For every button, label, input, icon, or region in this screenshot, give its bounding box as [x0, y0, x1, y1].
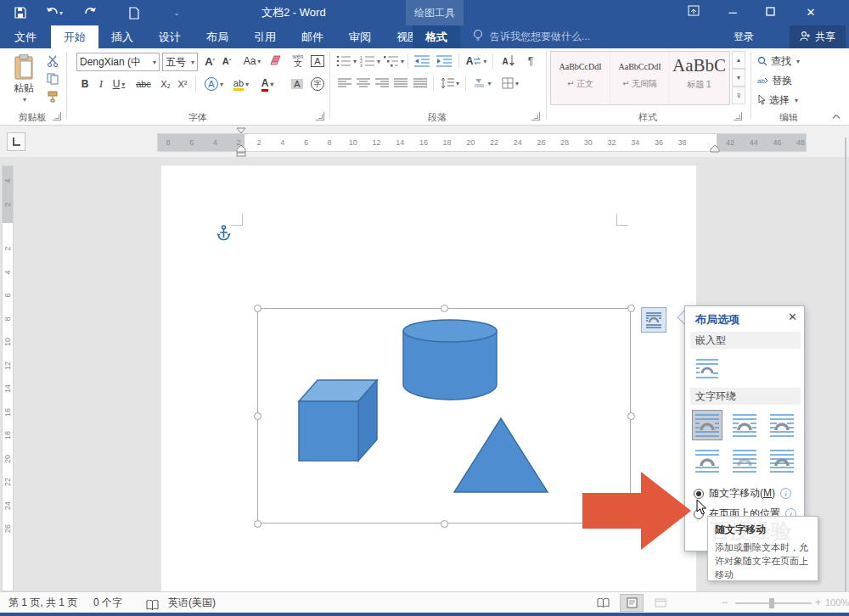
tab-布局[interactable]: 布局 — [194, 25, 241, 48]
select-button[interactable]: 选择▾ — [757, 92, 817, 108]
wrap-top-bottom-icon[interactable] — [692, 445, 722, 476]
zoom-in-icon[interactable]: + — [815, 592, 821, 613]
enclose-characters-button[interactable]: 字 — [309, 76, 326, 92]
selection-handle[interactable] — [254, 412, 261, 420]
selection-handle[interactable] — [254, 305, 261, 312]
tab-审阅[interactable]: 审阅 — [336, 25, 384, 48]
font-family-select[interactable]: DengXian (中▾ — [76, 53, 160, 71]
numbering-button[interactable]: 123▾ — [360, 53, 380, 69]
style-item[interactable]: AaBbCcDdI↵ 无间隔 — [610, 52, 670, 104]
undo-dropdown-icon[interactable]: ▾ — [58, 4, 65, 21]
zoom-out-icon[interactable]: − — [722, 592, 728, 613]
new-document-icon[interactable] — [126, 4, 143, 21]
borders-button[interactable]: ▾ — [498, 76, 523, 91]
zoom-slider-thumb[interactable] — [769, 598, 774, 608]
ribbon-display-options-icon[interactable] — [679, 0, 708, 25]
line-spacing-button[interactable]: ▾ — [438, 76, 462, 91]
styles-dialog-launcher[interactable] — [734, 112, 742, 120]
first-line-indent-marker[interactable] — [236, 127, 246, 134]
align-center-button[interactable] — [355, 76, 372, 91]
tab-file[interactable]: 文件 — [0, 25, 51, 48]
justify-button[interactable] — [392, 76, 409, 91]
collapse-ribbon-icon[interactable] — [830, 111, 842, 121]
tell-me-box[interactable]: 告诉我您想要做什么... — [472, 25, 590, 48]
gallery-down-icon[interactable]: ▼ — [732, 69, 745, 87]
cylinder-shape[interactable] — [402, 318, 498, 403]
style-item[interactable]: AaBbCcDdI↵ 正文 — [551, 52, 610, 104]
tab-selector[interactable] — [7, 132, 25, 151]
show-hide-marks-button[interactable]: ¶ — [523, 53, 538, 69]
paste-button[interactable]: 粘贴 ▾ — [7, 52, 41, 106]
selection-handle[interactable] — [254, 520, 261, 528]
tab-插入[interactable]: 插入 — [98, 25, 146, 48]
tab-邮件[interactable]: 邮件 — [289, 25, 336, 48]
clipboard-dialog-launcher[interactable] — [53, 112, 61, 120]
multilevel-list-button[interactable]: ▾ — [384, 53, 404, 69]
paragraph-dialog-launcher[interactable] — [531, 112, 540, 120]
distribute-button[interactable] — [411, 76, 430, 91]
qat-customize-icon[interactable]: ⌄ — [168, 4, 185, 21]
wrap-square-icon[interactable] — [692, 410, 722, 440]
shading-button[interactable]: ▾ — [470, 76, 494, 91]
selection-handle[interactable] — [441, 520, 448, 528]
minimize-button[interactable]: ─ — [718, 0, 747, 25]
bold-button[interactable]: B — [78, 76, 92, 92]
clear-formatting-button[interactable] — [267, 53, 285, 70]
triangle-shape[interactable] — [453, 417, 549, 495]
style-item[interactable]: AaBbC标题 1 — [670, 52, 729, 104]
subscript-button[interactable]: X₂ — [158, 76, 173, 92]
web-layout-button[interactable] — [649, 594, 672, 612]
cube-shape[interactable] — [297, 378, 379, 463]
maximize-button[interactable] — [756, 0, 784, 25]
scrollbar-edge[interactable] — [845, 137, 846, 591]
change-case-button[interactable]: Aa▾ — [241, 53, 263, 70]
right-indent-marker[interactable] — [710, 145, 720, 153]
format-painter-button[interactable] — [44, 89, 61, 104]
tab-设计[interactable]: 设计 — [146, 25, 194, 48]
gallery-up-icon[interactable]: ▲ — [732, 51, 745, 69]
wrap-inline-icon[interactable] — [692, 354, 722, 384]
superscript-button[interactable]: X² — [175, 76, 190, 92]
read-mode-button[interactable] — [591, 594, 615, 612]
strikethrough-button[interactable]: abc — [132, 76, 155, 92]
decrease-indent-button[interactable] — [413, 53, 431, 69]
font-dialog-launcher[interactable] — [316, 112, 324, 120]
selection-handle[interactable] — [627, 412, 635, 420]
find-button[interactable]: 查找▾ — [757, 53, 817, 69]
save-icon[interactable] — [12, 4, 29, 21]
radio-selected-icon[interactable] — [694, 489, 704, 499]
selection-handle[interactable] — [627, 305, 635, 312]
character-shading-button[interactable]: A — [289, 76, 306, 92]
language-indicator[interactable]: 英语(美国) — [168, 592, 216, 613]
wrap-front-icon[interactable] — [767, 445, 797, 476]
selection-handle[interactable] — [441, 305, 448, 312]
shrink-font-button[interactable]: Aˇ — [219, 53, 234, 70]
gallery-expand-icon[interactable]: ⊽ — [732, 87, 745, 104]
redo-icon[interactable] — [82, 4, 98, 21]
increase-indent-button[interactable] — [435, 53, 453, 69]
close-button[interactable]: ✕ — [796, 0, 825, 25]
underline-button[interactable]: U▾ — [109, 76, 129, 92]
asian-layout-button[interactable]: A ▾ — [464, 53, 489, 69]
text-effects-button[interactable]: A▾ — [202, 76, 226, 92]
horizontal-ruler[interactable]: 8642246810121416182022242628303234363842… — [157, 133, 807, 152]
font-size-select[interactable]: 五号▾ — [162, 53, 198, 71]
sort-button[interactable]: A — [498, 53, 520, 69]
sign-in-button[interactable]: 登录 — [734, 25, 754, 48]
vertical-ruler[interactable]: 422468101214161820222426 — [2, 165, 14, 591]
print-layout-button[interactable] — [620, 594, 644, 612]
phonetic-guide-button[interactable]: wén 文 — [289, 51, 307, 70]
highlight-color-button[interactable]: ab▾ — [229, 76, 253, 92]
align-right-button[interactable] — [374, 76, 391, 91]
wrap-through-icon[interactable] — [767, 410, 797, 440]
panel-close-icon[interactable]: ✕ — [788, 311, 797, 323]
tab-开始[interactable]: 开始 — [51, 25, 98, 48]
wrap-tight-icon[interactable] — [729, 410, 760, 440]
word-count[interactable]: 0 个字 — [93, 592, 122, 613]
bullets-button[interactable]: ▾ — [336, 53, 357, 69]
align-left-button[interactable] — [336, 76, 353, 91]
move-with-text-option[interactable]: 随文字移动(M) i — [694, 486, 791, 501]
page-indicator[interactable]: 第 1 页, 共 1 页 — [8, 592, 77, 613]
info-icon[interactable]: i — [780, 488, 791, 499]
character-border-button[interactable]: A — [309, 53, 326, 70]
